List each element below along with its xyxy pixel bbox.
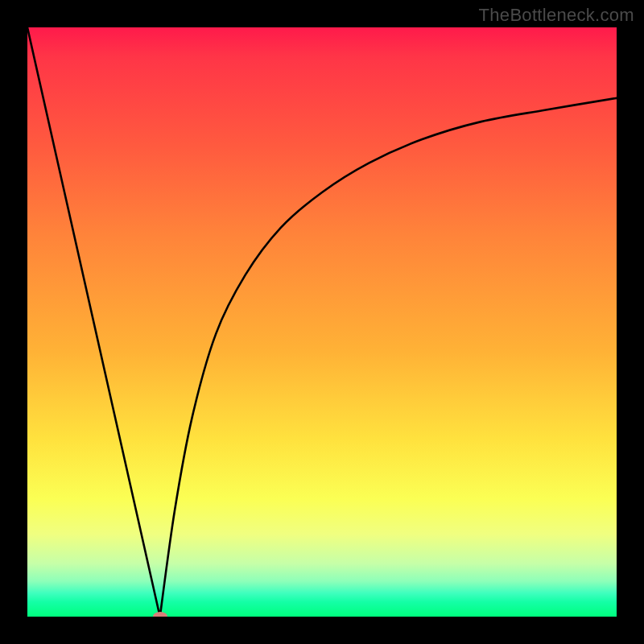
bottleneck-curve: [27, 27, 617, 617]
watermark-text: TheBottleneck.com: [479, 5, 634, 26]
plot-area: [27, 27, 617, 617]
curve-path: [27, 27, 617, 617]
optimal-point-marker: [153, 612, 167, 617]
